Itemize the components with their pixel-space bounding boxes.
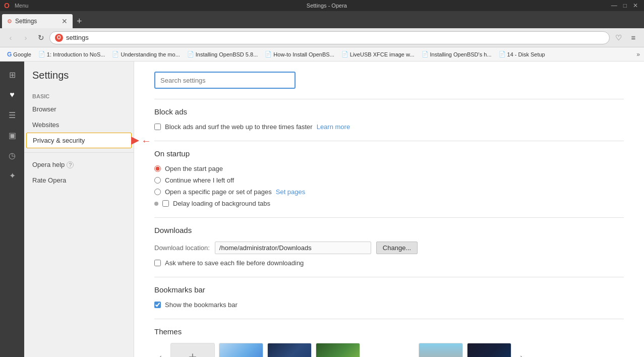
bookmark-6[interactable]: 📄 Installing OpenBSD's h... bbox=[419, 50, 495, 58]
opera-address-icon: O bbox=[55, 34, 63, 42]
on-startup-section: On startup Open the start page Continue … bbox=[154, 149, 624, 207]
set-pages-link[interactable]: Set pages bbox=[276, 188, 306, 196]
list-icon[interactable]: ☰ bbox=[3, 106, 21, 124]
bookmark-7[interactable]: 📄 14 - Disk Setup bbox=[496, 50, 548, 58]
nav-item-browser[interactable]: Browser bbox=[24, 101, 134, 117]
bookmark-label-6: Installing OpenBSD's h... bbox=[430, 51, 492, 57]
open-start-radio[interactable] bbox=[154, 165, 161, 172]
block-ads-section: Block ads Block ads and surf the web up … bbox=[154, 107, 624, 131]
heart-icon[interactable]: ♥ bbox=[3, 86, 21, 104]
delay-loading-checkbox[interactable] bbox=[162, 200, 169, 207]
bookmark-1[interactable]: 📄 1: Introduction to NoS... bbox=[35, 50, 108, 58]
bookmark-label-7: 14 - Disk Setup bbox=[507, 51, 545, 57]
tab-label: Settings bbox=[15, 18, 37, 25]
bookmark-label-5: LiveUSB XFCE image w... bbox=[350, 51, 415, 57]
back-button[interactable]: ‹ bbox=[4, 31, 17, 44]
themes-title: Themes bbox=[154, 327, 624, 336]
bookmark-label-1: 1: Introduction to NoS... bbox=[47, 51, 105, 57]
nav-right-buttons: ♡ ≡ bbox=[612, 31, 640, 44]
nav-privacy-label: Privacy & security bbox=[33, 137, 85, 144]
bookmark-icon-2: 📄 bbox=[112, 51, 119, 57]
download-path-value: /home/administrator/Downloads bbox=[215, 242, 371, 254]
menu-button[interactable]: Menu bbox=[12, 3, 32, 9]
forward-button[interactable]: › bbox=[19, 31, 32, 44]
reload-button[interactable]: ↻ bbox=[34, 31, 47, 44]
show-bookmarks-label: Show the bookmarks bar bbox=[165, 301, 238, 309]
continue-left-radio[interactable] bbox=[154, 177, 161, 184]
bookmark-icon-3: 📄 bbox=[187, 51, 194, 57]
search-settings-container bbox=[154, 72, 624, 89]
window-controls: — □ ✕ bbox=[609, 2, 640, 9]
bookmarks-more-button[interactable]: » bbox=[636, 51, 640, 58]
specific-page-radio[interactable] bbox=[154, 189, 161, 195]
specific-page-label: Open a specific page or set of pages bbox=[165, 188, 272, 196]
close-button[interactable]: ✕ bbox=[631, 2, 640, 9]
downloads-section: Downloads Download location: /home/admin… bbox=[154, 226, 624, 267]
new-tab-button[interactable]: + bbox=[73, 14, 86, 28]
theme-item-2[interactable] bbox=[267, 343, 312, 357]
content-area: Block ads Block ads and surf the web up … bbox=[134, 62, 644, 357]
theme-add-button[interactable]: + bbox=[170, 343, 215, 357]
divider-4 bbox=[154, 277, 624, 277]
favorites-button[interactable]: ♡ bbox=[612, 31, 625, 44]
change-location-button[interactable]: Change... bbox=[376, 242, 418, 254]
puzzle-icon[interactable]: ✦ bbox=[3, 166, 21, 185]
startup-specific-page: Open a specific page or set of pages Set… bbox=[154, 188, 624, 196]
search-settings-input[interactable] bbox=[154, 72, 296, 89]
maximize-button[interactable]: □ bbox=[621, 2, 629, 9]
bookmark-icon-5: 📄 bbox=[341, 51, 348, 57]
tab-bar: ⚙ Settings ✕ + bbox=[0, 11, 644, 28]
bookmark-label-4: How-to Install OpenBS... bbox=[273, 51, 334, 57]
address-bar: O bbox=[49, 31, 610, 44]
nav-item-rate-opera[interactable]: Rate Opera bbox=[24, 172, 134, 188]
nav-rate-label: Rate Opera bbox=[32, 176, 66, 184]
learn-more-link[interactable]: Learn more bbox=[317, 123, 350, 131]
main-layout: ⊞ ♥ ☰ ▣ ◷ ✦ Settings Basic Browser Websi… bbox=[0, 62, 644, 357]
monitor-icon[interactable]: ▣ bbox=[3, 126, 21, 144]
nav-item-opera-help[interactable]: Opera help ? bbox=[24, 157, 134, 172]
startup-continue: Continue where I left off bbox=[154, 176, 624, 184]
themes-prev-button[interactable]: ‹ bbox=[154, 352, 166, 358]
show-bookmarks-checkbox[interactable] bbox=[154, 302, 161, 308]
continue-left-label: Continue where I left off bbox=[165, 176, 234, 184]
bookmark-2[interactable]: 📄 Understanding the mo... bbox=[109, 50, 183, 58]
bookmark-label: Google bbox=[13, 51, 31, 57]
block-ads-title: Block ads bbox=[154, 107, 624, 116]
basic-section-label: Basic bbox=[24, 89, 134, 101]
sidebar-icons: ⊞ ♥ ☰ ▣ ◷ ✦ bbox=[0, 62, 24, 357]
bookmark-icon-6: 📄 bbox=[422, 51, 429, 57]
clock-icon[interactable]: ◷ bbox=[3, 146, 21, 164]
title-bar: O Menu Settings - Opera — □ ✕ bbox=[0, 0, 644, 11]
theme-item-1[interactable] bbox=[219, 343, 263, 357]
download-location-label: Download location: bbox=[154, 244, 210, 252]
divider-1 bbox=[154, 99, 624, 99]
nav-item-privacy-security[interactable]: Privacy & security ← bbox=[26, 133, 132, 148]
divider-3 bbox=[154, 217, 624, 218]
delay-loading-label: Delay loading of background tabs bbox=[173, 200, 270, 207]
themes-next-button[interactable]: › bbox=[515, 352, 528, 358]
bookmark-4[interactable]: 📄 How-to Install OpenBS... bbox=[262, 50, 337, 58]
startup-open-start: Open the start page bbox=[154, 165, 624, 172]
theme-item-5[interactable] bbox=[467, 343, 511, 357]
address-input[interactable] bbox=[66, 34, 604, 41]
block-ads-checkbox[interactable] bbox=[154, 124, 161, 130]
grid-icon[interactable]: ⊞ bbox=[3, 66, 21, 84]
ask-before-download-checkbox[interactable] bbox=[154, 260, 161, 266]
themes-section: Themes ‹ + › bbox=[154, 327, 624, 357]
bookmark-5[interactable]: 📄 LiveUSB XFCE image w... bbox=[338, 50, 418, 58]
bookmarks-bar-section: Bookmarks bar Show the bookmarks bar bbox=[154, 285, 624, 309]
nav-divider bbox=[24, 152, 134, 153]
bookmark-google[interactable]: G Google bbox=[4, 50, 34, 59]
divider-5 bbox=[154, 319, 624, 319]
theme-item-3[interactable] bbox=[316, 343, 360, 357]
nav-item-websites[interactable]: Websites bbox=[24, 117, 134, 133]
browser-menu-button[interactable]: ≡ bbox=[627, 31, 640, 44]
annotation-arrow: ← bbox=[141, 135, 151, 146]
bookmark-3[interactable]: 📄 Installing OpenBSD 5.8... bbox=[184, 50, 261, 58]
theme-item-4[interactable] bbox=[419, 343, 463, 357]
minimize-button[interactable]: — bbox=[609, 2, 619, 9]
settings-tab[interactable]: ⚙ Settings ✕ bbox=[2, 14, 73, 28]
tab-close-button[interactable]: ✕ bbox=[62, 17, 68, 25]
bookmark-label-2: Understanding the mo... bbox=[121, 51, 180, 57]
nav-browser-label: Browser bbox=[32, 105, 56, 113]
